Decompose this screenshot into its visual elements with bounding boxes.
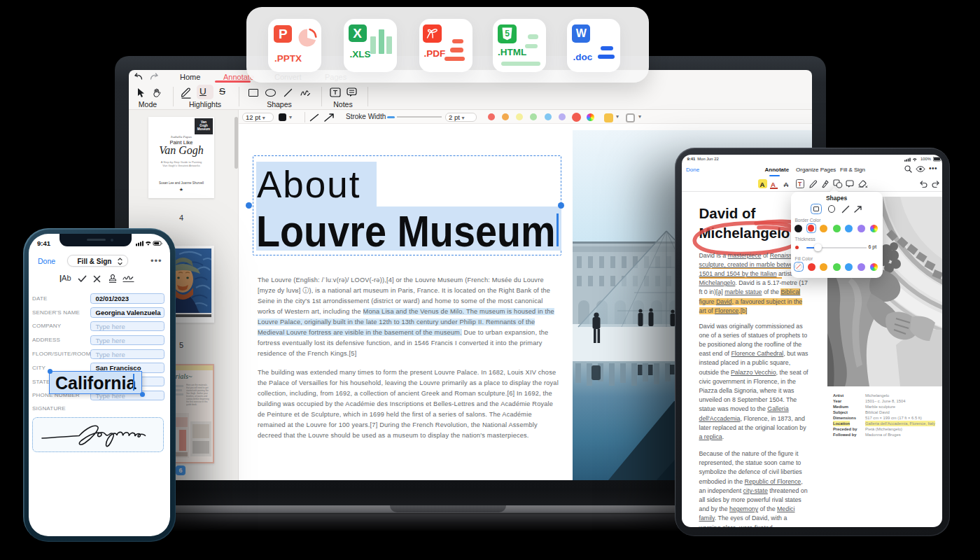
svg-text:5: 5 [505,29,510,38]
